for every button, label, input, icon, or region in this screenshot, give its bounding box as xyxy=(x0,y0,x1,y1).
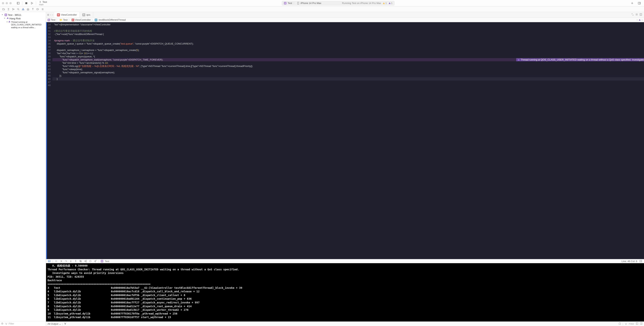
console-layout-left-icon[interactable] xyxy=(636,322,638,325)
svg-marker-58 xyxy=(94,260,96,262)
status-device: iPhone 14 Pro Max xyxy=(300,2,322,5)
step-out-icon[interactable] xyxy=(74,259,78,263)
svg-marker-26 xyxy=(27,8,29,10)
editor-split-icon[interactable] xyxy=(639,259,642,263)
editor-area: ⊞ ‹ › m ViewController h qos ATest 〉 📁Te… xyxy=(46,12,644,326)
header-file-icon: h xyxy=(82,13,85,16)
source-control-navigator-icon[interactable] xyxy=(6,7,10,11)
jump-method[interactable]: M-testBlockDifferentThread xyxy=(95,19,126,21)
code-content[interactable]: "kw">@implementation "classname">ViewCon… xyxy=(52,22,644,259)
tab-nav-arrows: ⊞ ‹ › xyxy=(46,12,54,18)
runtime-issue-badge[interactable]: 1 xyxy=(389,2,392,5)
tab-viewcontroller[interactable]: m ViewController xyxy=(54,12,80,18)
warning-icon xyxy=(383,2,385,4)
close-window[interactable] xyxy=(2,2,4,4)
tab-qos[interactable]: h qos xyxy=(80,12,93,18)
svg-rect-65 xyxy=(640,322,642,325)
console-filter-icon[interactable] xyxy=(64,322,66,325)
stop-button[interactable] xyxy=(24,1,28,5)
minimize-window[interactable] xyxy=(6,2,8,4)
editor-tabs: ⊞ ‹ › m ViewController h qos xyxy=(46,12,644,18)
jump-root[interactable]: ATest xyxy=(48,19,56,21)
clear-console-icon[interactable] xyxy=(618,322,621,325)
main-area: ▾ A Test - 36511 ▾ Hang Risk ▸ Thread ru… xyxy=(0,12,644,326)
activity-status[interactable]: A Test 〉 iPhone 14 Pro Max Running Test … xyxy=(282,1,394,6)
breakpoint-navigator-icon[interactable] xyxy=(36,7,40,11)
debug-navigator-icon[interactable] xyxy=(31,7,35,11)
folder-icon: 📁 xyxy=(59,19,62,21)
console-output-selector[interactable]: All Output ⌄ xyxy=(48,322,61,325)
titlebar: Test main A Test 〉 iPhone 14 Pro Max Run… xyxy=(0,0,644,7)
tree-group[interactable]: ▾ Hang Risk xyxy=(1,17,45,20)
code-editor[interactable]: 1430313233343536373839404142434445464748… xyxy=(46,22,644,259)
step-over-icon[interactable] xyxy=(64,259,68,263)
inline-issue-banner[interactable]: Thread running at QOS_CLASS_USER_INITIAT… xyxy=(516,58,644,61)
svg-line-19 xyxy=(13,9,14,9)
chevron-down-icon: ▾ xyxy=(2,14,4,16)
debug-memory-graph-icon[interactable] xyxy=(84,259,87,263)
app-icon: A xyxy=(48,19,50,21)
step-into-icon[interactable] xyxy=(69,259,72,263)
filter-funnel-icon xyxy=(5,322,8,325)
debug-target-label[interactable]: Test xyxy=(105,260,109,263)
back-button[interactable]: ‹ xyxy=(50,13,51,16)
prev-issue-icon[interactable]: ‹ xyxy=(637,19,638,21)
project-navigator-icon[interactable] xyxy=(2,7,6,11)
add-editor-icon[interactable] xyxy=(630,1,634,5)
chevron-right-icon: ▸ xyxy=(7,21,8,23)
jump-folder[interactable]: 📁Test xyxy=(59,19,68,21)
console-filter-input[interactable]: Filter xyxy=(629,322,634,325)
runtime-issue-icon xyxy=(639,19,640,21)
navigator-filter-placeholder[interactable]: Filter xyxy=(9,322,14,325)
library-icon[interactable] xyxy=(637,1,641,5)
scheme-selector[interactable]: Test main xyxy=(39,1,47,6)
tree-root[interactable]: ▾ A Test - 36511 xyxy=(1,13,45,17)
symbol-navigator-icon[interactable] xyxy=(11,7,16,11)
debug-console[interactable]: 8, 线程优先级 - 0.500000 Thread Performance C… xyxy=(46,263,644,321)
zoom-window[interactable] xyxy=(10,2,12,4)
test-navigator-icon[interactable] xyxy=(26,7,30,11)
tree-group-label: Hang Risk xyxy=(10,17,21,20)
pause-debug-icon[interactable] xyxy=(54,259,58,263)
debug-view-hierarchy-icon[interactable] xyxy=(79,259,82,263)
location-icon[interactable] xyxy=(94,259,97,263)
objc-m-file-icon: m xyxy=(72,19,74,21)
svg-line-56 xyxy=(85,261,86,262)
console-layout-right-icon[interactable] xyxy=(640,322,642,325)
issue-navigator-icon[interactable] xyxy=(21,7,25,11)
svg-line-22 xyxy=(18,10,19,10)
line-gutter: 1430313233343536373839404142434445464748 xyxy=(47,22,52,259)
navigator-filter-bar: Filter xyxy=(0,321,46,326)
environment-overrides-icon[interactable] xyxy=(89,259,92,263)
adjust-editor-icon[interactable] xyxy=(631,13,634,16)
grid-icon[interactable]: ⊞ xyxy=(47,13,49,16)
svg-rect-2 xyxy=(26,2,27,4)
svg-rect-8 xyxy=(298,2,299,4)
app-icon: A xyxy=(284,2,286,5)
svg-point-53 xyxy=(86,260,86,261)
sidebar-toggle-icon[interactable] xyxy=(16,1,20,5)
window-controls xyxy=(2,2,12,4)
app-icon: A xyxy=(4,14,7,16)
report-navigator-icon[interactable] xyxy=(40,7,45,11)
svg-rect-41 xyxy=(48,260,50,262)
svg-point-49 xyxy=(76,260,76,260)
svg-rect-11 xyxy=(638,2,640,4)
warning-badge[interactable]: 1 xyxy=(383,2,387,5)
editor-layout-icon[interactable] xyxy=(635,13,638,16)
tree-issue-item[interactable]: ▸ Thread running at QOS_CLASS_USER_INITI… xyxy=(1,20,45,29)
svg-marker-3 xyxy=(31,2,33,4)
find-navigator-icon[interactable] xyxy=(16,7,20,11)
jump-file[interactable]: mViewController xyxy=(72,19,91,21)
next-issue-icon[interactable]: › xyxy=(642,19,642,21)
continue-icon[interactable] xyxy=(59,259,63,263)
forward-button[interactable]: › xyxy=(52,13,53,16)
status-app-name: Test xyxy=(288,2,292,5)
svg-line-7 xyxy=(40,2,41,3)
split-editor-icon[interactable] xyxy=(640,13,642,16)
run-button[interactable] xyxy=(30,1,34,5)
branch-name: main xyxy=(39,4,47,6)
svg-point-21 xyxy=(18,8,19,10)
tab-label: qos xyxy=(86,13,90,16)
toggle-debug-area-icon[interactable] xyxy=(48,259,51,263)
